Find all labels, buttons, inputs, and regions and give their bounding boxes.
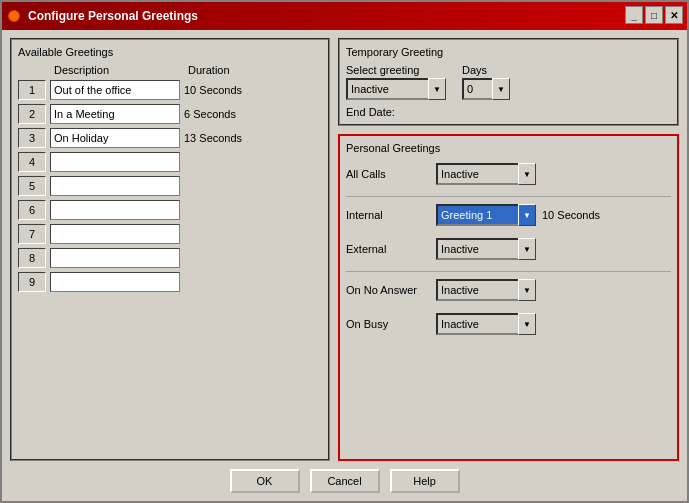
temporary-greeting-panel: Temporary Greeting Select greeting Inact… (338, 38, 679, 126)
greeting-dur-1: 10 Seconds (184, 84, 242, 96)
select-greeting-label: Select greeting (346, 64, 446, 76)
window-controls: _ □ ✕ (625, 6, 683, 24)
pg-all-calls-row: All Calls Inactive Greeting 1 Greeting 2… (346, 162, 671, 186)
pg-all-calls-label: All Calls (346, 168, 436, 180)
all-calls-dropdown-wrapper: Inactive Greeting 1 Greeting 2 Greeting … (436, 163, 536, 185)
greeting-num-5[interactable]: 5 (18, 176, 46, 196)
pg-internal-row: Internal Greeting 1 Inactive Greeting 2 … (346, 203, 671, 227)
right-panel: Temporary Greeting Select greeting Inact… (338, 38, 679, 461)
greeting-num-3[interactable]: 3 (18, 128, 46, 148)
greeting-desc-2[interactable] (50, 104, 180, 124)
greeting-desc-8[interactable] (50, 248, 180, 268)
greeting-dur-2: 6 Seconds (184, 108, 236, 120)
pg-on-busy-label: On Busy (346, 318, 436, 330)
col-description: Description (54, 64, 184, 76)
temporary-greeting-title: Temporary Greeting (346, 46, 671, 58)
pg-no-answer-label: On No Answer (346, 284, 436, 296)
maximize-button[interactable]: □ (645, 6, 663, 24)
personal-greetings-title: Personal Greetings (346, 142, 671, 154)
greeting-desc-9[interactable] (50, 272, 180, 292)
greetings-header: Description Duration (18, 64, 322, 76)
select-greeting-dropdown[interactable]: Inactive Greeting 1 Greeting 2 Greeting … (346, 78, 446, 100)
col-duration: Duration (188, 64, 268, 76)
pg-divider-2 (346, 271, 671, 272)
available-greetings-panel: Available Greetings Description Duration… (10, 38, 330, 461)
greeting-dur-3: 13 Seconds (184, 132, 242, 144)
no-answer-dropdown[interactable]: Inactive Greeting 1 Greeting 2 Greeting … (436, 279, 536, 301)
table-row: 8 (18, 248, 322, 268)
internal-dropdown-wrapper: Greeting 1 Inactive Greeting 2 Greeting … (436, 204, 536, 226)
close-button[interactable]: ✕ (665, 6, 683, 24)
personal-greetings-panel: Personal Greetings All Calls Inactive Gr… (338, 134, 679, 461)
main-content: Available Greetings Description Duration… (10, 38, 679, 461)
table-row: 5 (18, 176, 322, 196)
select-greeting-group: Select greeting Inactive Greeting 1 Gree… (346, 64, 446, 100)
greeting-desc-5[interactable] (50, 176, 180, 196)
internal-dropdown[interactable]: Greeting 1 Inactive Greeting 2 Greeting … (436, 204, 536, 226)
table-row: 2 6 Seconds (18, 104, 322, 124)
minimize-button[interactable]: _ (625, 6, 643, 24)
title-dot (8, 10, 20, 22)
greeting-num-6[interactable]: 6 (18, 200, 46, 220)
days-dropdown[interactable]: 0 1 2 3 (462, 78, 510, 100)
greeting-desc-1[interactable] (50, 80, 180, 100)
table-row: 9 (18, 272, 322, 292)
end-date-row: End Date: (346, 106, 671, 118)
end-date-label: End Date: (346, 106, 395, 118)
external-dropdown[interactable]: Inactive Greeting 1 Greeting 2 Greeting … (436, 238, 536, 260)
greeting-num-2[interactable]: 2 (18, 104, 46, 124)
greeting-num-9[interactable]: 9 (18, 272, 46, 292)
no-answer-dropdown-wrapper: Inactive Greeting 1 Greeting 2 Greeting … (436, 279, 536, 301)
pg-divider-1 (346, 196, 671, 197)
available-greetings-title: Available Greetings (18, 46, 322, 58)
title-bar: Configure Personal Greetings _ □ ✕ (2, 2, 687, 30)
pg-external-row: External Inactive Greeting 1 Greeting 2 … (346, 237, 671, 261)
select-greeting-dropdown-wrapper: Inactive Greeting 1 Greeting 2 Greeting … (346, 78, 446, 100)
days-label: Days (462, 64, 510, 76)
table-row: 6 (18, 200, 322, 220)
external-dropdown-wrapper: Inactive Greeting 1 Greeting 2 Greeting … (436, 238, 536, 260)
internal-duration: 10 Seconds (542, 209, 600, 221)
main-window: Configure Personal Greetings _ □ ✕ Avail… (0, 0, 689, 503)
pg-no-answer-row: On No Answer Inactive Greeting 1 Greetin… (346, 278, 671, 302)
table-row: 7 (18, 224, 322, 244)
days-group: Days 0 1 2 3 ▼ (462, 64, 510, 100)
greeting-desc-6[interactable] (50, 200, 180, 220)
temp-content: Select greeting Inactive Greeting 1 Gree… (346, 64, 671, 100)
greeting-desc-7[interactable] (50, 224, 180, 244)
all-calls-dropdown[interactable]: Inactive Greeting 1 Greeting 2 Greeting … (436, 163, 536, 185)
pg-internal-label: Internal (346, 209, 436, 221)
help-button[interactable]: Help (390, 469, 460, 493)
on-busy-dropdown[interactable]: Inactive Greeting 1 Greeting 2 Greeting … (436, 313, 536, 335)
table-row: 3 13 Seconds (18, 128, 322, 148)
table-row: 1 10 Seconds (18, 80, 322, 100)
bottom-bar: OK Cancel Help (10, 461, 679, 497)
ok-button[interactable]: OK (230, 469, 300, 493)
pg-external-label: External (346, 243, 436, 255)
greeting-num-8[interactable]: 8 (18, 248, 46, 268)
greeting-desc-4[interactable] (50, 152, 180, 172)
greeting-num-7[interactable]: 7 (18, 224, 46, 244)
days-dropdown-wrapper: 0 1 2 3 ▼ (462, 78, 510, 100)
window-body: Available Greetings Description Duration… (2, 30, 687, 503)
table-row: 4 (18, 152, 322, 172)
pg-on-busy-row: On Busy Inactive Greeting 1 Greeting 2 G… (346, 312, 671, 336)
cancel-button[interactable]: Cancel (310, 469, 380, 493)
greetings-table: Description Duration 1 10 Seconds 2 6 Se… (18, 64, 322, 292)
greeting-num-1[interactable]: 1 (18, 80, 46, 100)
window-title: Configure Personal Greetings (28, 9, 198, 23)
greeting-desc-3[interactable] (50, 128, 180, 148)
on-busy-dropdown-wrapper: Inactive Greeting 1 Greeting 2 Greeting … (436, 313, 536, 335)
greeting-num-4[interactable]: 4 (18, 152, 46, 172)
